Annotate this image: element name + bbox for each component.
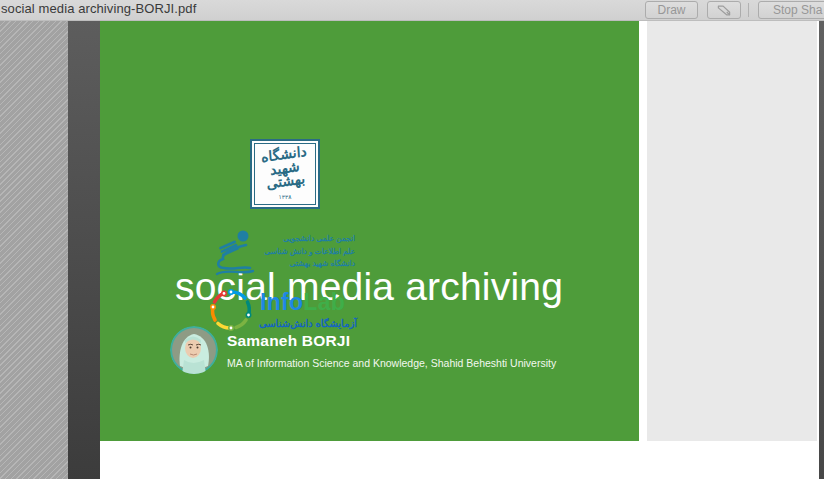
titlebar-separator [748,3,749,17]
association-line-1: انجمن علمی دانشجویی [255,233,355,245]
window-titlebar: social media archiving-BORJI.pdf Draw St… [0,0,824,21]
infolab-lab-text: Lab [303,289,345,315]
right-dark-margin [819,21,824,479]
reading-person-icon [215,228,255,276]
slide-divider-strip [639,21,647,441]
document-filename: social media archiving-BORJI.pdf [1,1,196,16]
university-founding-year: ۱۳۳۸ [279,193,292,200]
slide-green-background [100,21,639,441]
annotate-pen-button[interactable] [707,1,741,19]
infolab-subtitle: آزمایشگاه دانش‌شناسی [254,318,362,329]
association-line-3: دانشگاه شهید بهشتی [255,258,355,270]
pdf-page: social media archiving Samaneh BORJI MA … [100,21,819,479]
infolab-swirl-icon [208,287,254,333]
university-emblem: دانشگاه شهید بهشتی ۱۳۳۸ [250,139,320,209]
association-line-2: علم اطلاعات و دانش شناسی [255,246,355,258]
association-logo: انجمن علمی دانشجویی علم اطلاعات و دانش ش… [215,227,357,277]
pen-icon [716,4,732,17]
infolab-info-text: Info [260,289,303,315]
striped-background [0,21,68,479]
author-affiliation: MA of Information Science and Knowledge,… [227,357,556,369]
left-dark-margin [68,21,100,479]
draw-button[interactable]: Draw [645,1,698,19]
university-word-3: بهشتی [263,173,309,193]
university-calligraphy: دانشگاه شهید بهشتی [261,145,309,193]
infolab-wordmark: InfoLab [260,289,345,316]
shared-screen: social media archiving-BORJI.pdf Draw St… [0,0,824,479]
title-slide: social media archiving Samaneh BORJI MA … [100,21,819,441]
association-text: انجمن علمی دانشجویی علم اطلاعات و دانش ش… [255,233,357,270]
slide-logo-panel [647,21,817,441]
stop-sharing-button[interactable]: Stop Sha [758,1,824,19]
infolab-logo: InfoLab آزمایشگاه دانش‌شناسی [208,287,366,339]
